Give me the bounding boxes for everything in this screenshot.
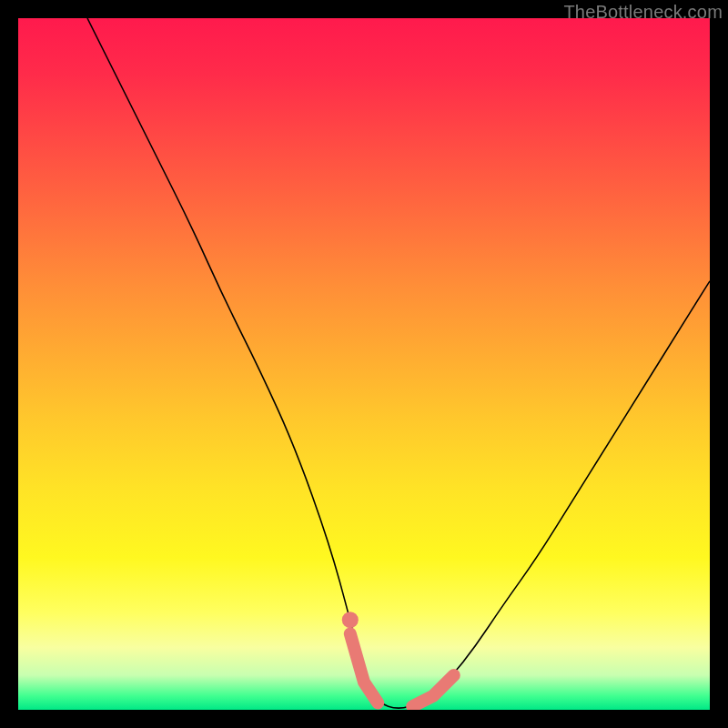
- watermark-text: TheBottleneck.com: [563, 2, 723, 23]
- curve-line: [87, 18, 710, 708]
- highlight-left-dot: [342, 612, 359, 628]
- highlight-right-segment: [412, 675, 454, 706]
- chart-plot-area: [18, 18, 710, 710]
- highlight-left-segment: [350, 633, 378, 703]
- chart-svg: [18, 18, 710, 710]
